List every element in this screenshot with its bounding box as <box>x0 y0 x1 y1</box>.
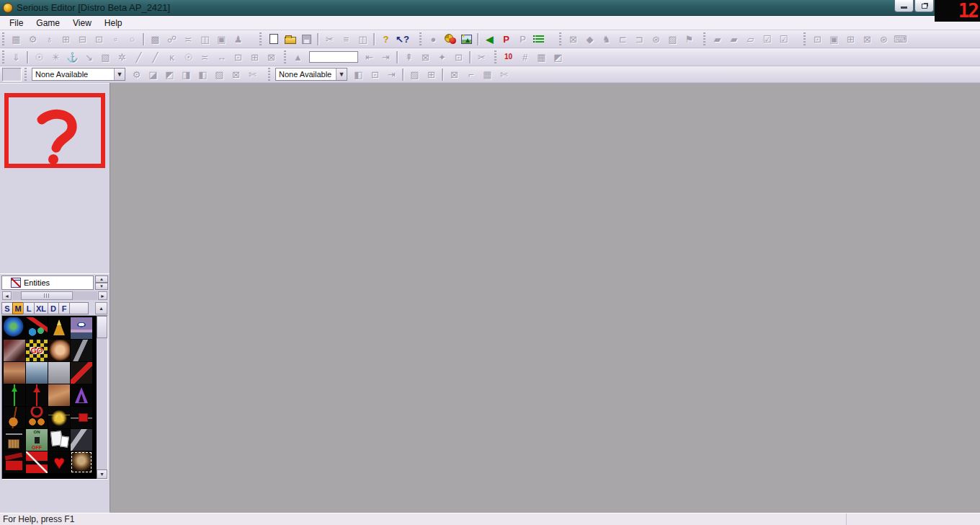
grid-scroll-up-button[interactable]: ▲ <box>95 302 107 314</box>
entity-canyon-texture[interactable] <box>4 362 25 384</box>
toolbar-grip[interactable] <box>267 68 272 81</box>
spray-button[interactable]: ⚙ <box>24 32 41 47</box>
toolbar-grip[interactable] <box>259 32 264 45</box>
entity-pulley-crate[interactable] <box>4 429 25 451</box>
profile-gray-button[interactable]: P <box>514 32 531 47</box>
grid-x-button[interactable]: # <box>517 50 533 65</box>
toolbar-grip[interactable] <box>494 50 499 63</box>
toolbar-grip[interactable] <box>283 50 288 63</box>
entity-item-hand[interactable] <box>48 340 70 361</box>
render-sphere-button[interactable]: ● <box>425 32 442 47</box>
cube-wire-2-button[interactable]: ⊞ <box>423 67 440 82</box>
mode-2-button[interactable]: ◩ <box>161 67 178 82</box>
tab-d[interactable]: D <box>48 302 59 314</box>
check-1-button[interactable]: ☑ <box>759 32 775 47</box>
statue-button[interactable]: ♟ <box>230 32 246 47</box>
cut-x-button[interactable]: ✂ <box>473 50 490 65</box>
layer-2-button[interactable]: ▰ <box>726 32 742 47</box>
menu-help[interactable]: Help <box>98 17 129 30</box>
menu-view[interactable]: View <box>66 17 98 30</box>
cube-wire-button[interactable]: ⊠ <box>417 50 434 65</box>
toolbar-grip[interactable] <box>1 32 6 45</box>
layer-1-button[interactable]: ▰ <box>709 32 726 47</box>
entity-pyramid-light[interactable] <box>48 317 70 339</box>
entity-rock[interactable] <box>4 340 25 361</box>
slope-2-button[interactable]: ╱ <box>147 50 164 65</box>
select-shrink-button[interactable]: ⊐ <box>631 32 648 47</box>
tab-f[interactable]: F <box>58 302 70 314</box>
move-arrow-button[interactable]: ↘ <box>81 50 97 65</box>
small-box-button[interactable]: ▫ <box>107 32 124 47</box>
align-left-button[interactable]: ⇤ <box>361 50 378 65</box>
keyboard-button[interactable]: ⌨ <box>892 32 909 47</box>
star-x-button[interactable]: ✳ <box>48 50 64 65</box>
insert-box-button[interactable]: ⊟ <box>74 32 91 47</box>
sphere-button[interactable]: ○ <box>124 32 141 47</box>
context-help-button[interactable]: ↖? <box>394 32 411 47</box>
entity-teleport[interactable] <box>26 317 48 339</box>
picture-button[interactable]: ▣ <box>213 32 230 47</box>
new-file-button[interactable] <box>265 32 282 47</box>
slope-1-button[interactable]: ╱ <box>130 50 147 65</box>
viewport-canvas[interactable] <box>110 83 980 513</box>
cube-outline-button[interactable]: ⊡ <box>367 67 383 82</box>
entity-go-sign[interactable]: GO <box>26 340 48 361</box>
horizontal-scroll-thumb[interactable] <box>21 291 73 300</box>
primitive-dropdown[interactable]: None Available▼ <box>32 68 125 81</box>
anchor-button[interactable]: ⚓ <box>64 50 81 65</box>
mode-4-button[interactable]: ◧ <box>195 67 211 82</box>
person-fall-button[interactable]: ♞ <box>598 32 615 47</box>
cut-3-button[interactable]: ✄ <box>496 67 512 82</box>
cube-import-button[interactable]: ⊡ <box>809 32 826 47</box>
cube-export-button[interactable]: ⊞ <box>842 32 859 47</box>
entity-eye-marker[interactable] <box>71 317 92 339</box>
toolbar-grip[interactable] <box>419 32 424 45</box>
entity-arrow-marker[interactable] <box>71 362 92 384</box>
spin-up-button[interactable]: ▲ <box>95 275 108 283</box>
toolbar-grip[interactable] <box>1 50 6 63</box>
cube-dark-button[interactable]: ◧ <box>350 67 367 82</box>
mound-button[interactable]: ▲ <box>290 50 306 65</box>
scroll-left-button[interactable]: ◄ <box>2 291 12 300</box>
cube-copy-button[interactable]: ⊠ <box>859 32 876 47</box>
entity-razor[interactable] <box>71 340 92 361</box>
entity-axe[interactable] <box>71 429 92 451</box>
grid-small-button[interactable]: ▦ <box>479 67 496 82</box>
entity-terrain-texture[interactable] <box>48 384 70 406</box>
chevron-down-icon[interactable]: ▼ <box>336 69 347 80</box>
eye-2-button[interactable]: ☉ <box>180 50 197 65</box>
menu-game[interactable]: Game <box>30 17 66 30</box>
tab-xl[interactable]: XL <box>34 302 48 314</box>
entity-red-box-rig[interactable] <box>71 407 92 428</box>
toolbar-grip[interactable] <box>703 32 708 45</box>
mode-5-button[interactable]: ▨ <box>211 67 228 82</box>
entity-world[interactable] <box>4 317 25 339</box>
sound-button[interactable]: ◀ <box>481 32 498 47</box>
cube-view-3-button[interactable]: ⊠ <box>263 50 280 65</box>
scroll-right-button[interactable]: ► <box>98 291 107 300</box>
add-box-button[interactable]: ⊞ <box>58 32 74 47</box>
terrain-view-button[interactable]: ▨ <box>664 32 681 47</box>
test-balls-button[interactable] <box>442 32 458 47</box>
entity-clapper[interactable] <box>4 451 25 473</box>
entity-heart[interactable] <box>48 451 70 473</box>
chevron-down-icon[interactable]: ▼ <box>114 69 125 80</box>
select-expand-button[interactable]: ⊏ <box>615 32 631 47</box>
menu-file[interactable]: File <box>3 17 30 30</box>
measure-1m-button[interactable]: ≍ <box>180 32 197 47</box>
dash-star-button[interactable]: ✦ <box>434 50 450 65</box>
horizontal-scroll-track[interactable] <box>12 291 97 300</box>
l-bracket-button[interactable]: ⌐ <box>463 67 479 82</box>
browser-category-field[interactable]: Entities <box>1 275 94 290</box>
entity-music-instruments[interactable] <box>26 407 48 428</box>
entity-on-off-switch[interactable]: ONOFF <box>26 429 48 451</box>
grid-snap-button[interactable]: ▦ <box>533 50 550 65</box>
dark-square-button[interactable]: ▣ <box>826 32 842 47</box>
vertical-scroll-thumb[interactable] <box>97 316 107 338</box>
grid-toggle-button[interactable]: ▦ <box>8 32 24 47</box>
arrow-star-button[interactable]: ⇞ <box>401 50 417 65</box>
copy-button[interactable]: ≡ <box>338 32 355 47</box>
entity-axes-marker[interactable] <box>4 384 25 406</box>
toolbar-grip[interactable] <box>803 32 808 45</box>
layer-3-button[interactable]: ▱ <box>742 32 759 47</box>
